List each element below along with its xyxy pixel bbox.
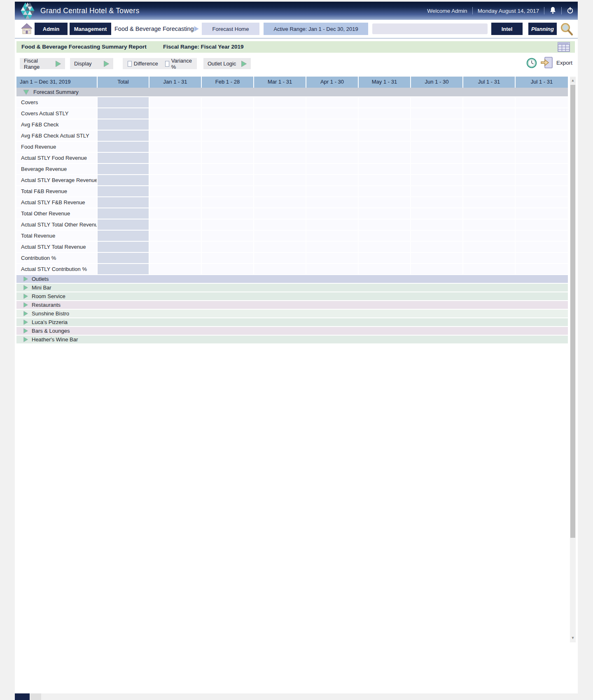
- outlet-row[interactable]: Heather's Wine Bar: [16, 336, 568, 344]
- outlet-label: Bars & Lounges: [32, 328, 70, 334]
- outlet-row[interactable]: Outlets: [16, 275, 568, 284]
- fiscal-range-button[interactable]: Fiscal Range: [20, 58, 65, 69]
- search-magnifier-icon[interactable]: [559, 22, 574, 38]
- data-cell: [149, 186, 202, 196]
- data-cell: [516, 153, 568, 163]
- table-header-row: Jan 1 – Dec 31, 2019TotalJan 1 - 31Feb 1…: [16, 77, 568, 88]
- data-cell: [306, 242, 359, 252]
- expand-icon: [23, 276, 28, 282]
- home-icon[interactable]: [21, 23, 33, 37]
- data-cell: [359, 264, 411, 274]
- display-button[interactable]: Display: [70, 58, 113, 69]
- scrollbar-thumb[interactable]: [570, 85, 575, 538]
- intel-button[interactable]: Intel: [491, 23, 523, 35]
- data-cell: [254, 164, 306, 174]
- forecast-summary-section-row[interactable]: Forecast Summary: [16, 88, 568, 97]
- outlet-row[interactable]: Luca's Pizzeria: [16, 318, 568, 327]
- admin-button[interactable]: Admin: [35, 23, 68, 35]
- data-cell: [359, 97, 411, 107]
- app-logo-icon[interactable]: [18, 2, 37, 21]
- total-cell: [98, 164, 149, 174]
- total-cell: [98, 97, 149, 107]
- difference-checkbox[interactable]: [128, 61, 132, 67]
- report-title: Food & Beverage Forecasting Summary Repo…: [21, 41, 147, 53]
- search-input[interactable]: [372, 23, 488, 34]
- data-cell: [463, 164, 516, 174]
- history-clock-icon[interactable]: [526, 57, 537, 70]
- data-cell: [411, 197, 463, 208]
- export-button[interactable]: Export: [541, 56, 572, 69]
- display-button-label: Display: [74, 61, 92, 67]
- outlet-row[interactable]: Room Service: [16, 292, 568, 301]
- row-label: Actual STLY Food Revenue: [16, 153, 98, 163]
- variance-checkbox[interactable]: [165, 61, 169, 67]
- data-cell: [411, 208, 463, 219]
- data-cell: [516, 231, 568, 241]
- notifications-bell-icon[interactable]: [549, 7, 556, 15]
- table-row: Actual STLY Beverage Revenue: [16, 175, 568, 186]
- total-cell: [98, 242, 149, 252]
- data-cell: [254, 264, 306, 274]
- outlet-row[interactable]: Restaurants: [16, 301, 568, 310]
- outlet-logic-button[interactable]: Outlet Logic: [203, 58, 251, 69]
- report-title-bar: Food & Beverage Forecasting Summary Repo…: [16, 41, 575, 53]
- expand-icon: [23, 302, 28, 308]
- current-date: Monday August 14, 2017: [478, 8, 539, 14]
- table-row: Contribution %: [16, 253, 568, 264]
- data-cell: [359, 231, 411, 241]
- grid-view-icon[interactable]: [558, 42, 570, 54]
- data-cell: [306, 142, 359, 152]
- data-cell: [359, 253, 411, 263]
- column-header: Jul 1 - 31: [463, 77, 516, 88]
- data-cell: [254, 186, 306, 196]
- export-label: Export: [556, 60, 572, 66]
- outlet-row[interactable]: Mini Bar: [16, 284, 568, 292]
- data-cell: [411, 153, 463, 163]
- divider: [472, 7, 473, 14]
- active-range-label: Active Range: Jan 1 - Dec 30, 2019: [273, 26, 358, 32]
- planning-button[interactable]: Planning: [528, 23, 557, 35]
- divider: [544, 7, 544, 14]
- data-cell: [411, 131, 463, 141]
- data-cell: [149, 153, 202, 163]
- total-cell: [98, 175, 149, 185]
- data-cell: [149, 119, 202, 130]
- variance-label: Variance %: [171, 58, 192, 70]
- management-button[interactable]: Management: [70, 23, 111, 35]
- scroll-down-button[interactable]: ▼: [570, 635, 576, 641]
- forecast-home-button[interactable]: Forecast Home: [202, 23, 259, 35]
- data-cell: [254, 197, 306, 208]
- table-row: Actual STLY Total Other Revenue: [16, 219, 568, 231]
- welcome-text: Welcome Admin: [427, 8, 467, 14]
- table-row: Actual STLY Total Revenue: [16, 242, 568, 253]
- total-cell: [98, 219, 149, 230]
- data-cell: [254, 153, 306, 163]
- column-header: Jul 1 - 31: [516, 77, 568, 88]
- expand-icon: [23, 328, 28, 334]
- page: Grand Central Hotel & Towers Welcome Adm…: [0, 0, 593, 700]
- vertical-scrollbar[interactable]: ▲ ▼: [570, 77, 576, 642]
- row-label: Avg F&B Check Actual STLY: [16, 131, 98, 141]
- data-cell: [306, 119, 359, 130]
- data-cell: [306, 208, 359, 219]
- active-range-button[interactable]: Active Range: Jan 1 - Dec 30, 2019: [264, 23, 368, 35]
- outlet-row[interactable]: Bars & Lounges: [16, 327, 568, 336]
- outlet-row[interactable]: Sunshine Bistro: [16, 310, 568, 318]
- data-cell: [202, 119, 254, 130]
- data-cell: [411, 219, 463, 230]
- power-logout-icon[interactable]: [567, 7, 574, 15]
- app-header: Grand Central Hotel & Towers Welcome Adm…: [15, 2, 578, 20]
- data-cell: [359, 197, 411, 208]
- data-cell: [359, 119, 411, 130]
- scroll-up-button[interactable]: ▲: [570, 77, 576, 83]
- data-cell: [516, 264, 568, 274]
- play-arrow-icon: [55, 61, 62, 67]
- data-cell: [359, 131, 411, 141]
- table-row: Total F&B Revenue: [16, 186, 568, 197]
- data-cell: [202, 242, 254, 252]
- data-cell: [149, 197, 202, 208]
- data-cell: [202, 175, 254, 185]
- data-cell: [516, 97, 568, 107]
- fiscal-range-button-label: Fiscal Range: [24, 58, 55, 70]
- data-cell: [516, 253, 568, 263]
